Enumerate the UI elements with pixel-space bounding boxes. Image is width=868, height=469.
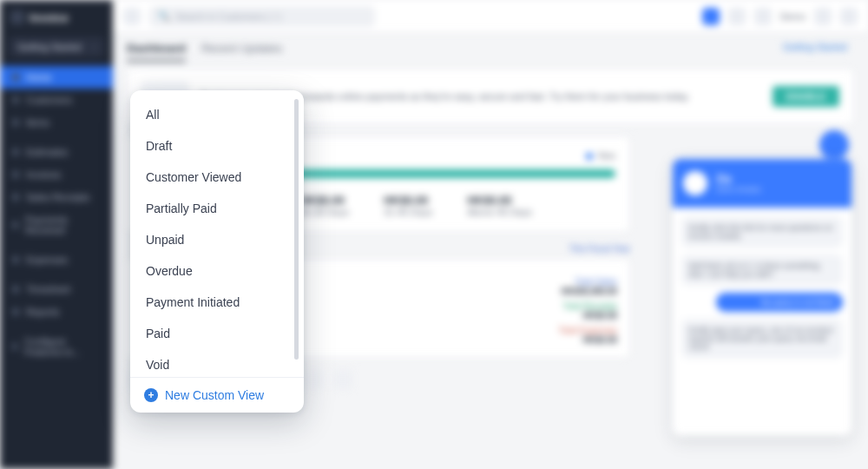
sidebar-item-timesheet[interactable]: Timesheet: [0, 278, 113, 301]
new-custom-view-button[interactable]: + New Custom View: [130, 377, 304, 413]
chat-launcher-button[interactable]: [819, 130, 849, 160]
filter-option-all[interactable]: All: [130, 99, 304, 130]
avatar[interactable]: [814, 8, 832, 25]
chat-subtitle: Zoho Invoice: [716, 185, 761, 194]
payments-icon: [12, 221, 18, 228]
chevron-right-icon: ›: [92, 42, 95, 52]
plus-circle-icon: +: [144, 388, 158, 402]
filter-option-draft[interactable]: Draft: [130, 130, 304, 162]
brand: Invoice: [0, 7, 113, 33]
tabs: Dashboard Recent Updates: [127, 42, 854, 62]
legend-label: New: [598, 151, 615, 161]
dropdown-scrollbar[interactable]: [294, 99, 299, 360]
sidebar-item-reports[interactable]: Reports: [0, 301, 113, 323]
search-placeholder: Search in Customers ( / ): [175, 11, 281, 22]
brand-name: Invoice: [30, 11, 69, 24]
filter-option-overdue[interactable]: Overdue: [130, 255, 304, 287]
new-custom-view-label: New Custom View: [165, 388, 264, 402]
estimates-icon: [12, 149, 19, 155]
chat-bubble-bot: Kindly click this link for more question…: [681, 216, 843, 248]
apps-icon[interactable]: [840, 8, 858, 25]
invoices-icon: [12, 171, 19, 178]
filter-option-payment-initiated[interactable]: Payment Initiated: [130, 287, 304, 318]
user-label[interactable]: Demo: [780, 11, 806, 22]
strip-icon[interactable]: [333, 370, 352, 389]
getting-started-link[interactable]: Getting Started: [783, 42, 847, 52]
sidebar-item-expenses[interactable]: Expenses: [0, 248, 113, 271]
chat-bubble-user: My query is not listed: [716, 293, 843, 312]
filter-option-unpaid[interactable]: Unpaid: [130, 224, 304, 255]
sidebar: Invoice Getting Started › Home Customers…: [0, 0, 113, 469]
filter-dropdown: All Draft Customer Viewed Partially Paid…: [130, 90, 304, 413]
chat-panel: Zia Zoho Invoice Kindly click this link …: [672, 158, 852, 436]
sidebar-item-configure[interactable]: Configure Features to...: [0, 330, 113, 363]
brand-logo-icon: [10, 10, 24, 24]
topbar: 🔍 Search in Customers ( / ) Demo: [113, 0, 868, 33]
search-input[interactable]: 🔍 Search in Customers ( / ): [149, 6, 375, 27]
sidebar-item-home[interactable]: Home: [0, 66, 113, 89]
sidebar-item-sales-receipts[interactable]: Sales Receipts: [0, 186, 113, 208]
customers-icon: [12, 96, 19, 103]
timesheet-icon: [12, 286, 19, 293]
home-icon: [12, 74, 19, 81]
tab-recent-updates[interactable]: Recent Updates: [201, 42, 282, 62]
sidebar-item-customers[interactable]: Customers: [0, 89, 113, 111]
sales-receipts-icon: [12, 194, 19, 201]
getting-started-label: Getting Started: [17, 42, 82, 52]
recent-icon[interactable]: [123, 8, 141, 25]
items-icon: [12, 119, 19, 126]
reports-icon: [12, 308, 19, 315]
sidebar-item-payments-received[interactable]: Payments Received: [0, 208, 113, 241]
sidebar-item-invoices[interactable]: Invoices: [0, 163, 113, 186]
search-icon: 🔍: [158, 10, 170, 22]
expenses-icon: [12, 256, 19, 263]
add-button[interactable]: [702, 8, 720, 25]
sidebar-item-estimates[interactable]: Estimates: [0, 141, 113, 163]
settings-icon[interactable]: [754, 8, 772, 25]
tab-dashboard[interactable]: Dashboard: [127, 42, 186, 62]
filter-option-partially-paid[interactable]: Partially Paid: [130, 193, 304, 224]
filter-option-void[interactable]: Void: [130, 349, 304, 377]
sidebar-item-items[interactable]: Items: [0, 111, 113, 134]
chat-bubble-bot: Well that's all on it. Is there somethin…: [681, 254, 843, 286]
notifications-icon[interactable]: [728, 8, 746, 25]
filter-option-paid[interactable]: Paid: [130, 318, 304, 349]
chat-bubble-bot: Kindly type your query, one of our produ…: [681, 319, 843, 359]
getting-started-pill[interactable]: Getting Started ›: [9, 36, 104, 57]
gear-icon: [12, 343, 17, 350]
legend-dot-icon: [586, 153, 593, 160]
chat-name: Zia: [716, 173, 761, 185]
chat-avatar-icon: [683, 171, 707, 195]
strip-icon[interactable]: [304, 370, 323, 389]
enable-button[interactable]: ENABLE: [773, 86, 839, 107]
filter-option-customer-viewed[interactable]: Customer Viewed: [130, 162, 304, 193]
dropdown-scroll-area: All Draft Customer Viewed Partially Paid…: [130, 90, 304, 377]
